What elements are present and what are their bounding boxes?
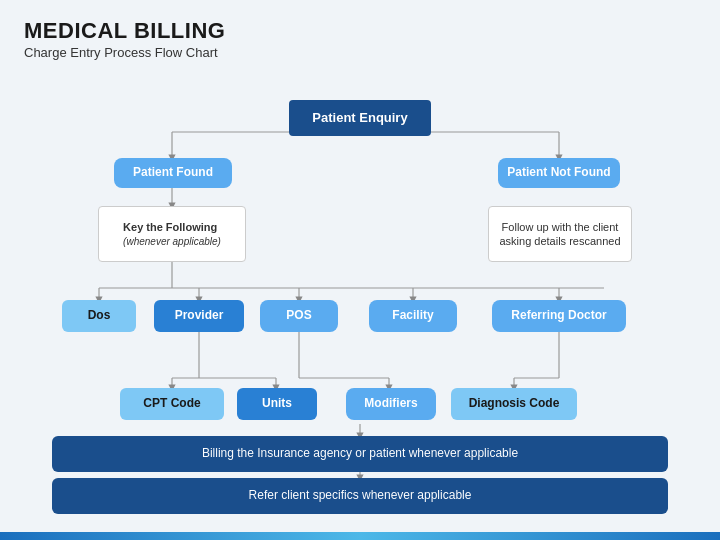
facility-box: Facility xyxy=(369,300,457,332)
billing-insurance-box: Billing the Insurance agency or patient … xyxy=(52,436,668,472)
modifiers-box: Modifiers xyxy=(346,388,436,420)
patient-enquiry-box: Patient Enquiry xyxy=(289,100,431,136)
dos-box: Dos xyxy=(62,300,136,332)
diagnosis-code-box: Diagnosis Code xyxy=(451,388,577,420)
page-title: MEDICAL BILLING xyxy=(24,18,696,44)
follow-up-box: Follow up with the client asking details… xyxy=(488,206,632,262)
key-following-box: Key the Following (whenever applicable) xyxy=(98,206,246,262)
pos-box: POS xyxy=(260,300,338,332)
referring-doctor-box: Referring Doctor xyxy=(492,300,626,332)
patient-not-found-box: Patient Not Found xyxy=(498,158,620,188)
flowchart: Patient Enquiry Patient Found Patient No… xyxy=(24,70,696,515)
cpt-code-box: CPT Code xyxy=(120,388,224,420)
page-subtitle: Charge Entry Process Flow Chart xyxy=(24,45,696,60)
refer-client-box: Refer client specifics whenever applicab… xyxy=(52,478,668,514)
provider-box: Provider xyxy=(154,300,244,332)
patient-found-box: Patient Found xyxy=(114,158,232,188)
key-following-subtext: (whenever applicable) xyxy=(123,236,221,247)
units-box: Units xyxy=(237,388,317,420)
slide: MEDICAL BILLING Charge Entry Process Flo… xyxy=(0,0,720,540)
key-following-text: Key the Following xyxy=(123,221,217,233)
